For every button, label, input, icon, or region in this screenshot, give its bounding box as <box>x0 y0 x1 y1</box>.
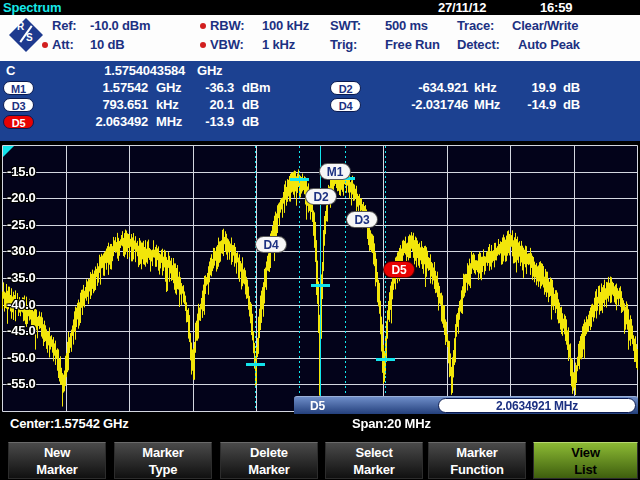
ref-label: Ref: <box>52 18 76 34</box>
d5-level-unit: dB <box>242 114 259 130</box>
marker-badge-d3: D3 <box>3 98 34 112</box>
m1-level-unit: dBm <box>242 80 270 96</box>
y-axis-label: -45.0 <box>7 323 36 339</box>
span-readout: Span:20 MHz <box>352 416 431 431</box>
marker-badge-d5: D5 <box>3 115 34 129</box>
trig-label: Trig: <box>330 37 357 53</box>
marker-frequency-input[interactable]: 2.0634921 MHz <box>438 398 636 413</box>
y-axis-label: -25.0 <box>7 217 36 233</box>
m1-freq: 1.57542 <box>40 80 148 96</box>
d5-level: -13.9 <box>190 114 234 130</box>
marker-badge-d4: D4 <box>330 98 361 112</box>
swt-label: SWT: <box>330 18 361 34</box>
marker-flag-d4: D4 <box>255 236 287 253</box>
m1-level: -36.3 <box>190 80 234 96</box>
trig-value: Free Run <box>385 37 440 53</box>
softkey-select-marker[interactable]: Select Marker <box>325 442 423 479</box>
marker-flag-d5: D5 <box>383 261 415 278</box>
softkey-bar: New Marker Marker Type Delete Marker Sel… <box>0 440 640 480</box>
softkey-label: Delete <box>221 444 317 461</box>
marker-row-d3: D3 793.651 kHz 20.1 dB D4 -2.031746 MHz … <box>0 97 640 113</box>
marker-badge-d2: D2 <box>330 81 361 95</box>
trace-value: Clear/Write <box>512 18 578 34</box>
att-changed-bullet <box>42 42 48 48</box>
counter-value: 1.5754043584 <box>40 63 185 79</box>
softkey-label: View <box>534 444 637 461</box>
settings-header: R S Ref: -10.0 dBm RBW: 100 kHz SWT: 500… <box>0 15 640 61</box>
softkey-label: Marker <box>326 461 422 478</box>
rs-logo-icon: R S <box>7 16 45 54</box>
d4-level-unit: dB <box>563 97 580 113</box>
d3-level: 20.1 <box>190 97 234 113</box>
y-axis-label: -15.0 <box>7 164 36 180</box>
detect-value: Auto Peak <box>518 37 580 53</box>
softkey-label: Type <box>115 461 211 478</box>
d2-freq: -634.921 <box>360 80 468 96</box>
softkey-label: Marker <box>221 461 317 478</box>
rbw-changed-bullet <box>200 23 206 29</box>
rbw-value: 100 kHz <box>262 18 309 34</box>
center-frequency-readout: Center:1.57542 GHz <box>10 416 129 431</box>
spectrum-trace-canvas <box>2 145 638 412</box>
softkey-new-marker[interactable]: New Marker <box>8 442 106 479</box>
ref-level-triangle-icon <box>3 146 14 157</box>
marker-entry-bar: D5 2.0634921 MHz <box>294 396 638 414</box>
marker-row-d5: D5 2.063492 MHz -13.9 dB <box>0 114 640 130</box>
title-bar: Spectrum 27/11/12 16:59 <box>0 0 640 15</box>
detect-label: Detect: <box>457 37 500 53</box>
entry-bar-label: D5 <box>310 398 325 414</box>
counter-name: C <box>6 63 15 79</box>
vbw-value: 1 kHz <box>262 37 295 53</box>
rs-logo-letter-s: S <box>26 32 32 43</box>
att-value: 10 dB <box>90 37 124 53</box>
marker-flag-d2: D2 <box>305 188 337 205</box>
y-axis-label: -30.0 <box>7 243 36 259</box>
marker-flag-d3: D3 <box>346 211 378 228</box>
y-axis-label: -35.0 <box>7 270 36 286</box>
d5-freq: 2.063492 <box>40 114 148 130</box>
d4-freq: -2.031746 <box>360 97 468 113</box>
softkey-label: List <box>534 461 637 478</box>
d2-level-unit: dB <box>563 80 580 96</box>
d3-level-unit: dB <box>242 97 259 113</box>
softkey-marker-type[interactable]: Marker Type <box>114 442 212 479</box>
marker-row-m1: M1 1.57542 GHz -36.3 dBm D2 -634.921 kHz… <box>0 80 640 96</box>
spectrum-analyzer-screen: Spectrum 27/11/12 16:59 R S Ref: -10.0 d… <box>0 0 640 480</box>
softkey-label: Marker <box>429 444 525 461</box>
d2-level: 19.9 <box>512 80 556 96</box>
d5-freq-unit: MHz <box>156 114 182 130</box>
d4-level: -14.9 <box>512 97 556 113</box>
counter-unit: GHz <box>197 63 222 79</box>
softkey-label: Select <box>326 444 422 461</box>
vbw-label: VBW: <box>210 37 244 53</box>
trace-label: Trace: <box>457 18 494 34</box>
m1-freq-unit: GHz <box>156 80 181 96</box>
marker-badge-m1: M1 <box>3 81 34 95</box>
vbw-changed-bullet <box>200 42 206 48</box>
softkey-delete-marker[interactable]: Delete Marker <box>220 442 318 479</box>
date-label: 27/11/12 <box>438 0 486 15</box>
d3-freq: 793.651 <box>40 97 148 113</box>
y-axis-label: -40.0 <box>7 297 36 313</box>
softkey-label: Marker <box>9 461 105 478</box>
softkey-label: Function <box>429 461 525 478</box>
time-label: 16:59 <box>540 0 572 15</box>
d3-freq-unit: kHz <box>156 97 179 113</box>
softkey-view-list[interactable]: View List <box>533 442 638 479</box>
marker-flag-m1: M1 <box>319 163 351 180</box>
d2-freq-unit: kHz <box>474 80 497 96</box>
att-label: Att: <box>52 37 74 53</box>
softkey-marker-function[interactable]: Marker Function <box>428 442 526 479</box>
rs-logo-letter-r: R <box>17 21 24 32</box>
ref-value: -10.0 dBm <box>90 18 150 34</box>
spectrum-plot: -15.0-20.0-25.0-30.0-35.0-40.0-45.0-50.0… <box>2 145 638 412</box>
marker-table: C 1.5754043584 GHz M1 1.57542 GHz -36.3 … <box>0 61 640 141</box>
d4-freq-unit: MHz <box>474 97 500 113</box>
y-axis-label: -55.0 <box>7 376 36 392</box>
softkey-label: New <box>9 444 105 461</box>
counter-row: C 1.5754043584 GHz <box>0 63 640 79</box>
swt-value: 500 ms <box>385 18 428 34</box>
softkey-label: Marker <box>115 444 211 461</box>
y-axis-label: -20.0 <box>7 190 36 206</box>
y-axis-label: -50.0 <box>7 350 36 366</box>
